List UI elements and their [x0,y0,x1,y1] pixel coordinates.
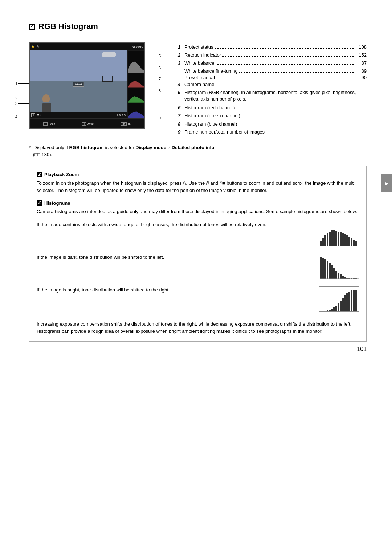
exposure-text: Increasing exposure compensation shifts … [37,321,359,335]
hist-blue [128,103,144,118]
svg-rect-1 [322,238,324,246]
right-callouts: 5 6 7 8 9 [145,42,163,129]
svg-rect-6 [333,230,335,246]
af-badge: AF-A [73,82,84,87]
svg-rect-51 [353,290,355,311]
mf-badge: MF [37,113,41,117]
svg-rect-13 [348,237,350,246]
svg-rect-27 [340,274,342,279]
note-icon-hist: Z [37,200,42,206]
svg-rect-21 [327,261,328,279]
camera-screen: 🔒 ✎ WB AUTO [29,42,145,129]
hist-green [128,88,144,103]
left-callouts: 1 2 3 4 [15,42,29,129]
note-icon-zoom: Z [37,172,42,177]
svg-rect-4 [329,232,331,246]
svg-rect-11 [344,234,346,246]
svg-rect-25 [335,271,337,279]
page-number: 101 [357,346,367,352]
svg-rect-45 [340,301,342,311]
hist-chart-3 [319,286,359,312]
hist-example-3: If the image is bright, tone distributio… [37,286,359,312]
histograms-title: Z Histograms [37,200,359,206]
info-sub-wb-fine: White balance fine-tuning 89 [184,68,367,74]
hist-chart-2 [319,254,359,279]
histogram-examples: If the image contains objects with a wid… [37,221,359,335]
info-item-5: 5 Histogram (RGB channel). In all histog… [178,89,367,102]
svg-rect-41 [331,309,333,311]
side-tab-icon: ▶ [385,180,389,186]
footnote: * Displayed only if RGB histogram is sel… [29,144,367,158]
svg-rect-43 [335,306,337,311]
info-item-9: 9 Frame number/total number of images [178,129,367,135]
info-item-2: 2 Retouch indicator 152 [178,52,367,58]
playback-zoom-text: To zoom in on the photograph when the hi… [37,180,359,194]
svg-rect-24 [333,268,335,279]
info-item-1: 1 Protect status 108 [178,44,367,50]
playback-zoom-section: Z Playback Zoom To zoom in on the photog… [37,172,359,194]
hist-example-2: If the image is dark, tone distribution … [37,254,359,279]
info-item-6: 6 Histogram (red channel) [178,105,367,111]
cam-move-btn: ✛Move [82,122,94,126]
svg-rect-2 [324,235,326,246]
svg-rect-50 [351,290,352,311]
hist-example-1: If the image contains objects with a wid… [37,221,359,246]
svg-rect-42 [333,307,335,311]
info-list: 1 Protect status 108 2 Retouch indicator… [178,42,367,137]
person-silhouette [42,94,51,113]
svg-rect-19 [322,258,324,279]
svg-rect-29 [344,277,346,279]
svg-rect-8 [338,232,339,246]
svg-rect-15 [353,240,355,246]
svg-rect-44 [338,303,339,311]
hist-chart-1 [319,221,359,246]
info-item-7: 7 Histogram (green channel) [178,113,367,119]
svg-rect-52 [355,290,357,311]
histograms-intro-text: Camera histograms are intended as a guid… [37,208,359,215]
camera-diagram: 🔒 ✎ WB AUTO [29,42,167,137]
page: ✓ RGB Histogram 🔒 ✎ WB AUTO [0,0,392,367]
hist-rgb [128,51,144,73]
checkbox-icon: ✓ [29,24,35,30]
svg-rect-23 [331,265,333,279]
svg-rect-46 [342,298,344,311]
svg-rect-48 [346,293,348,311]
info-item-3: 3 White balance 87 [178,60,367,66]
hist-red [128,73,144,87]
info-item-4: 4 Camera name [178,81,367,88]
svg-rect-12 [346,235,348,246]
svg-rect-22 [329,263,331,279]
svg-rect-9 [340,232,342,246]
note-box: Z Playback Zoom To zoom in on the photog… [29,166,367,342]
svg-rect-7 [335,231,337,246]
svg-rect-5 [331,230,333,246]
page-title: ✓ RGB Histogram [29,22,367,31]
histograms-section: Z Histograms Camera histograms are inten… [37,200,359,215]
svg-rect-49 [348,292,350,311]
side-tab: ▶ [381,174,392,192]
svg-rect-14 [351,238,352,246]
svg-rect-28 [342,276,344,279]
svg-rect-47 [344,295,346,311]
svg-rect-20 [324,259,326,279]
svg-rect-18 [320,257,322,279]
svg-rect-0 [320,241,322,246]
cam-back-btn: ☰ Back [43,122,55,126]
svg-rect-3 [327,233,328,246]
svg-rect-26 [338,273,339,279]
svg-rect-16 [355,241,357,246]
svg-rect-40 [329,310,331,311]
info-sub-preset: Preset manual 90 [184,75,367,80]
info-item-8: 8 Histogram (blue channel) [178,121,367,127]
svg-rect-10 [342,233,344,246]
cam-ok-btn: OKOK [121,122,131,126]
camera-image-area: AF-A [30,50,127,118]
playback-zoom-title: Z Playback Zoom [37,172,359,177]
main-content: 🔒 ✎ WB AUTO [29,42,367,137]
